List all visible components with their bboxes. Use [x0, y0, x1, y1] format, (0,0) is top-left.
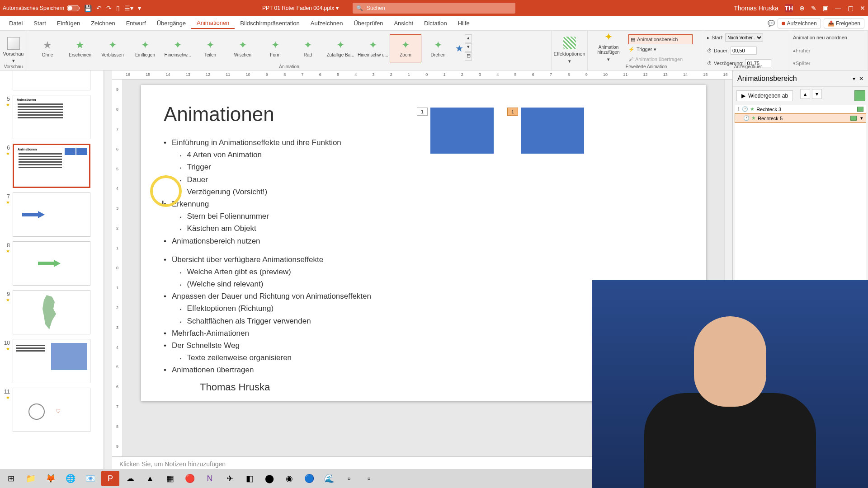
coming-soon-icon[interactable]: ⊕	[799, 5, 805, 12]
animation-pane-button[interactable]: ▤ Animationsbereich	[628, 34, 693, 44]
app-icon-3[interactable]: 🔴	[181, 471, 199, 486]
tab-zeichnen[interactable]: Zeichnen	[85, 18, 120, 28]
tab-einfuegen[interactable]: Einfügen	[52, 18, 85, 28]
firefox-icon[interactable]: 🦊	[42, 471, 60, 486]
autosave-switch-icon[interactable]	[67, 5, 80, 11]
add-animation-button[interactable]: ✦ Animation hinzufügen▾	[590, 33, 627, 61]
thumb-6[interactable]: 6★ Animationen	[3, 144, 101, 188]
obs-icon[interactable]: ⬤	[260, 471, 278, 486]
timeline-bar-1[interactable]	[857, 107, 863, 112]
anim-wischen[interactable]: ✦Wischen	[227, 34, 259, 62]
rechteck-3[interactable]	[430, 108, 494, 154]
anim-rad[interactable]: ✦Rad	[292, 34, 324, 62]
preview-button[interactable]: Vorschau▾	[3, 37, 24, 64]
minimize-icon[interactable]: —	[835, 5, 841, 12]
search-box[interactable]: 🔍	[353, 3, 515, 14]
tab-ansicht[interactable]: Ansicht	[388, 18, 419, 28]
tab-start[interactable]: Start	[28, 18, 51, 28]
tab-uebergaenge[interactable]: Übergänge	[151, 18, 191, 28]
gallery-up-icon[interactable]: ▴	[465, 34, 472, 42]
gallery-more-icon[interactable]: ⊟	[465, 52, 472, 61]
thumb-11[interactable]: 11★ ♡	[3, 388, 101, 432]
slide-body[interactable]: Einführung in Animationseffekte und ihre…	[164, 136, 684, 247]
gallery-down-icon[interactable]: ▾	[465, 43, 472, 52]
tab-bildschirmpraesentation[interactable]: Bildschirmpräsentation	[235, 18, 305, 28]
anim-drehen[interactable]: ✦Drehen	[422, 34, 454, 62]
move-earlier-button[interactable]: ▴ Früher	[793, 46, 866, 56]
anim-item-2[interactable]: 🕐★Rechteck 5 ▾	[735, 113, 866, 123]
move-up-button[interactable]: ▴	[800, 89, 810, 99]
maximize-icon[interactable]: ▢	[848, 5, 854, 12]
anim-verblassen[interactable]: ✦Verblassen	[97, 34, 128, 62]
telegram-icon[interactable]: ✈	[221, 471, 239, 486]
thumbs-scrollbar[interactable]	[104, 70, 112, 474]
move-down-button[interactable]: ▾	[812, 89, 822, 99]
anim-item-1[interactable]: 1🕐★Rechteck 3	[735, 105, 866, 113]
anim-ohne[interactable]: ★Ohne	[32, 34, 63, 62]
rechteck-5[interactable]	[521, 108, 584, 154]
explorer-icon[interactable]: 📁	[22, 471, 40, 486]
user-avatar-icon[interactable]: TH	[785, 4, 793, 12]
document-filename[interactable]: PPT 01 Roter Faden 004.pptx ▾	[262, 5, 339, 11]
qat-more-icon[interactable]: ▾	[138, 5, 141, 12]
tab-aufzeichnen[interactable]: Aufzeichnen	[305, 18, 349, 28]
tab-hilfe[interactable]: Hilfe	[453, 18, 475, 28]
thumb-7[interactable]: 7★	[3, 192, 101, 237]
from-beginning-icon[interactable]: ▯	[116, 5, 120, 12]
start-select[interactable]: Nach Vorher...	[725, 33, 763, 42]
play-from-button[interactable]: ▶ Wiedergeben ab	[736, 90, 793, 101]
slide-thumbnails[interactable]: 5★ Animationen 6★ Animationen 7★ 8★ 9★ 1…	[0, 70, 104, 474]
app-icon-4[interactable]: ◧	[241, 471, 259, 486]
duration-input[interactable]	[731, 47, 757, 55]
close-icon[interactable]: ✕	[860, 5, 865, 12]
onenote-icon[interactable]: N	[201, 471, 219, 486]
animpane-options-icon[interactable]: ▾	[853, 75, 855, 82]
app-icon-8[interactable]: ▫	[360, 471, 378, 486]
app-icon-1[interactable]: ☁	[121, 471, 139, 486]
autosave-toggle[interactable]: Automatisches Speichern	[3, 5, 80, 11]
save-icon[interactable]: 💾	[84, 5, 92, 12]
trigger-button[interactable]: ⚡ Trigger ▾	[628, 44, 693, 54]
tab-entwurf[interactable]: Entwurf	[121, 18, 151, 28]
search-input[interactable]	[367, 5, 512, 11]
anim-einfliegen[interactable]: ✦Einfliegen	[129, 34, 161, 62]
vlc-icon[interactable]: ▲	[141, 471, 159, 486]
undo-icon[interactable]: ↶	[96, 5, 102, 12]
thumb-5[interactable]: 5★ Animationen	[3, 95, 101, 139]
app-icon-5[interactable]: ◉	[280, 471, 298, 486]
share-button[interactable]: 📤 Freigeben	[824, 19, 864, 28]
anim-tag-1[interactable]: 1	[417, 108, 428, 116]
animation-gallery[interactable]: ★Ohne ★Erscheinen ✦Verblassen ✦Einfliege…	[30, 33, 548, 68]
user-name[interactable]: Thomas Hruska	[734, 5, 778, 12]
item-menu-icon[interactable]: ▾	[860, 115, 863, 121]
touch-mode-icon[interactable]: ☰▾	[124, 5, 133, 12]
app-icon-2[interactable]: ▦	[161, 471, 179, 486]
pen-icon[interactable]: ✎	[811, 5, 816, 12]
app-icon-7[interactable]: ▫	[340, 471, 358, 486]
anim-erscheinen[interactable]: ★Erscheinen	[64, 34, 96, 62]
comments-icon[interactable]: 💬	[768, 20, 775, 27]
window-layout-icon[interactable]: ▣	[823, 5, 829, 12]
tab-dictation[interactable]: Dictation	[419, 18, 453, 28]
chrome-icon[interactable]: 🌐	[61, 471, 80, 486]
tab-datei[interactable]: Datei	[4, 18, 28, 28]
anim-wachsen[interactable]: ✦Hineinschw u...	[357, 34, 389, 62]
thumb-8[interactable]: 8★	[3, 241, 101, 286]
anim-hineinschweben[interactable]: ✦Hineinschw...	[162, 34, 193, 62]
powerpoint-icon[interactable]: P	[101, 471, 119, 486]
thumb-10[interactable]: 10★	[3, 339, 101, 383]
redo-icon[interactable]: ↷	[106, 5, 112, 12]
anim-zoom[interactable]: ✦Zoom	[390, 34, 421, 62]
record-button[interactable]: Aufzeichnen	[778, 19, 821, 28]
app-icon-6[interactable]: 🔵	[300, 471, 318, 486]
thumb-9[interactable]: 9★	[3, 290, 101, 334]
start-button[interactable]: ⊞	[2, 471, 20, 486]
tab-animationen[interactable]: Animationen	[191, 18, 235, 29]
anim-zufaellige[interactable]: ✦Zufällige Ba...	[325, 34, 356, 62]
anim-teilen[interactable]: ✦Teilen	[194, 34, 226, 62]
outlook-icon[interactable]: 📧	[81, 471, 99, 486]
anim-tag-2[interactable]: 1	[507, 108, 518, 116]
anim-more[interactable]: ★	[455, 34, 464, 62]
timeline-bar-2[interactable]	[850, 116, 857, 121]
tab-ueberpruefen[interactable]: Überprüfen	[348, 18, 388, 28]
